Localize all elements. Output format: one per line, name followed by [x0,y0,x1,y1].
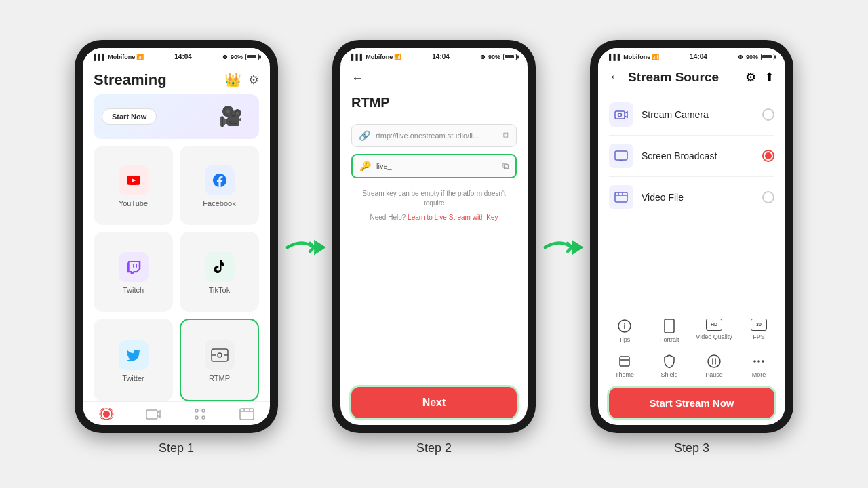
youtube-icon [119,165,149,195]
source-list: Stream Camera Screen Broadcast [598,89,785,309]
source-item-screen[interactable]: Screen Broadcast [609,136,774,177]
phone3-signal-icon: ▌▌▌ [609,54,622,60]
start-now-button[interactable]: Start Now [102,108,157,125]
phone3-screen: ▌▌▌ Mobifone 📶 14:04 ⊕ 90% [598,48,785,425]
rtmp-label: RTMP [209,374,230,382]
more-label: More [752,371,766,378]
tool-portrait[interactable]: Portrait [648,314,690,347]
copy-icon[interactable]: ⧉ [503,130,509,141]
phone2-signal-icon: ▌▌▌ [351,54,364,60]
source-item-video[interactable]: Video File [609,177,774,218]
gear-icon[interactable]: ⚙ [248,73,259,87]
stream-key-input[interactable] [395,162,502,170]
theme-label: Theme [615,371,634,378]
phone2-back-button[interactable]: ← [351,71,517,85]
arrow1-icon [281,230,329,264]
phone1-battery-label: 90% [231,54,243,60]
phone3-back-button[interactable]: ← [609,70,621,84]
youtube-label: YouTube [119,199,148,207]
phone1-signal-icon: ▌▌▌ [94,54,106,60]
tool-tips[interactable]: Tips [604,314,646,347]
key-copy-icon[interactable]: ⧉ [502,161,509,171]
camera-source-icon [609,102,633,127]
platform-item-facebook[interactable]: Facebook [180,146,259,226]
phone1-bottom-tabs [83,401,270,425]
phone3-share-icon[interactable]: ⬆ [764,70,774,85]
phone3-frame: ▌▌▌ Mobifone 📶 14:04 ⊕ 90% [590,40,793,433]
platform-grid: YouTube Facebook [83,146,270,401]
screen-source-label: Screen Broadcast [642,150,762,161]
next-button[interactable]: Next [351,387,517,418]
svg-point-29 [762,360,764,363]
video-radio-button[interactable] [762,191,774,203]
phone1-status-bar: ▌▌▌ Mobifone 📶 14:04 ⊕ 90% [83,48,270,64]
fps-label: FPS [753,333,765,340]
twitter-label: Twitter [122,374,144,382]
screen-source-icon [609,144,633,168]
phone2-wifi-icon: 📶 [394,54,401,60]
step1-label: Step 1 [159,441,194,455]
key-icon: 🔑 [359,161,371,171]
tools-grid: Tips Portrait HD Video Quality 30 FPS [598,309,785,385]
help-link[interactable]: Learn to Live Stream with Key [408,214,498,221]
phone2-status-left: ▌▌▌ Mobifone 📶 [351,54,401,60]
svg-point-7 [202,409,205,412]
url-input-row: 🔗 rtmp://live.onestream.studio/li... ⧉ [351,124,517,147]
phone1-app-title: Streaming [94,71,167,89]
phone3-carrier: Mobifone [623,54,650,60]
video-source-icon [609,185,633,209]
twitch-label: Twitch [123,286,144,294]
phone2-screen: ▌▌▌ Mobifone 📶 14:04 ⊕ 90% ← [340,48,528,425]
phone2-location-icon: ⊕ [480,54,486,60]
tab-stream[interactable] [83,407,130,421]
start-stream-button[interactable]: Start Stream Now [609,388,774,418]
arrow1-container [278,230,332,264]
stream-key-hint: Stream key can be empty if the platform … [351,189,517,208]
platform-item-twitch[interactable]: Twitch [94,232,173,312]
tab-clips[interactable] [223,407,270,421]
source-item-camera[interactable]: Stream Camera [609,94,774,136]
crown-icon[interactable]: 👑 [224,72,241,88]
svg-point-8 [195,416,198,419]
phone3-title: Stream Source [628,70,719,85]
rtmp-url-field[interactable]: rtmp://live.onestream.studio/li... [376,131,503,140]
tab-camera[interactable] [130,407,176,421]
tool-more[interactable]: More [738,350,780,382]
platform-item-rtmp[interactable]: RTMP [180,319,259,401]
link-icon: 🔗 [359,130,370,141]
tool-video-quality[interactable]: HD Video Quality [693,314,735,347]
arrow2-container [536,230,590,264]
phone3-header: ← Stream Source ⚙ ⬆ [598,64,785,89]
tool-theme[interactable]: Theme [604,350,646,382]
screen-radio-button[interactable] [762,150,774,162]
svg-marker-15 [572,240,584,256]
tool-pause[interactable]: Pause [693,350,735,382]
phone3-wrapper: ▌▌▌ Mobifone 📶 14:04 ⊕ 90% [590,40,793,455]
video-source-label: Video File [642,192,762,203]
svg-point-28 [757,360,760,363]
platform-item-tiktok[interactable]: TikTok [180,232,259,312]
pause-label: Pause [705,371,723,378]
tool-fps[interactable]: 30 FPS [738,314,780,347]
phone2-status-right: ⊕ 90% [480,54,517,60]
svg-point-9 [202,416,205,419]
svg-point-27 [753,360,756,363]
platform-item-twitter[interactable]: Twitter [94,319,173,401]
phone3-settings-icon[interactable]: ⚙ [745,70,756,85]
svg-point-17 [618,113,622,117]
phone1-location-icon: ⊕ [222,54,228,60]
phone3-time: 14:04 [690,53,707,60]
platform-item-youtube[interactable]: YouTube [94,146,173,226]
phone2-battery-icon [503,54,517,60]
phone1-status-left: ▌▌▌ Mobifone 📶 [94,54,144,60]
tab-grid[interactable] [176,407,223,421]
svg-point-1 [218,353,222,357]
tool-shield[interactable]: Shield [648,350,690,382]
svg-rect-5 [146,410,157,419]
phone3-battery-label: 90% [746,54,758,60]
phone3-status-bar: ▌▌▌ Mobifone 📶 14:04 ⊕ 90% [598,48,785,64]
svg-point-6 [195,409,198,412]
svg-rect-20 [615,192,627,202]
camera-radio-button[interactable] [762,108,774,121]
phone1-carrier: Mobifone [108,54,135,60]
